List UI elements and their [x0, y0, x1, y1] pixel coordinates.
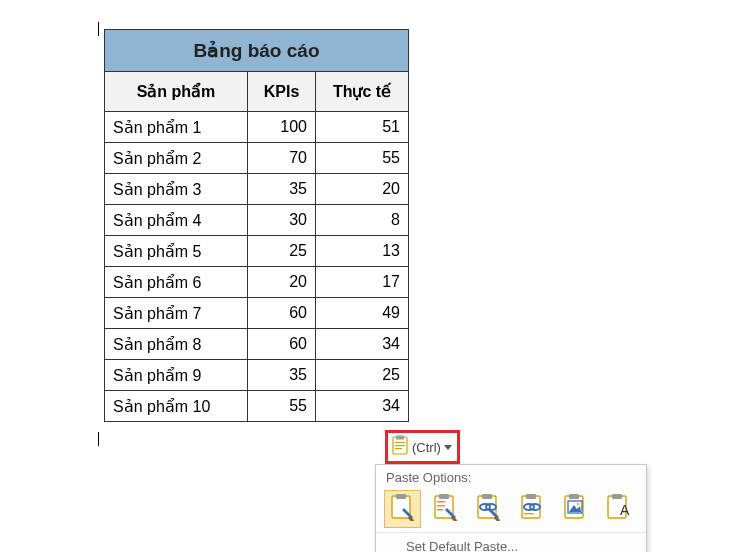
svg-rect-2: [395, 442, 405, 443]
svg-rect-23: [524, 513, 534, 514]
header-kpi: KPIs: [248, 72, 316, 112]
text-cursor-top: [98, 22, 99, 36]
paste-options-row: A: [376, 488, 646, 532]
cell-actual[interactable]: 55: [316, 143, 409, 174]
header-actual: Thực tế: [316, 72, 409, 112]
svg-rect-30: [612, 494, 622, 499]
keep-text-only-icon: A: [605, 493, 633, 525]
table-row: Sản phẩm 52513: [105, 236, 409, 267]
paste-option-link-merge-formatting[interactable]: [514, 490, 551, 528]
cell-product[interactable]: Sản phẩm 8: [105, 329, 248, 360]
svg-rect-9: [439, 494, 449, 499]
table-row: Sản phẩm 27055: [105, 143, 409, 174]
table-row: Sản phẩm 105534: [105, 391, 409, 422]
header-product: Sản phẩm: [105, 72, 248, 112]
paste-option-merge-formatting[interactable]: [427, 490, 464, 528]
merge-formatting-icon: [432, 493, 460, 525]
cell-actual[interactable]: 49: [316, 298, 409, 329]
keep-source-formatting-icon: [389, 493, 417, 525]
cell-product[interactable]: Sản phẩm 3: [105, 174, 248, 205]
clipboard-icon: [391, 435, 409, 459]
report-table-container: Bảng báo cáo Sản phẩm KPIs Thực tế Sản p…: [104, 29, 409, 422]
cell-product[interactable]: Sản phẩm 9: [105, 360, 248, 391]
cell-actual[interactable]: 34: [316, 391, 409, 422]
svg-rect-3: [395, 445, 405, 446]
table-body: Sản phẩm 110051Sản phẩm 27055Sản phẩm 33…: [105, 112, 409, 422]
table-row: Sản phẩm 86034: [105, 329, 409, 360]
cell-actual[interactable]: 20: [316, 174, 409, 205]
cell-kpi[interactable]: 60: [248, 298, 316, 329]
svg-text:A: A: [620, 502, 630, 518]
cell-product[interactable]: Sản phẩm 5: [105, 236, 248, 267]
picture-icon: [562, 493, 590, 525]
cell-actual[interactable]: 25: [316, 360, 409, 391]
cell-product[interactable]: Sản phẩm 10: [105, 391, 248, 422]
cell-kpi[interactable]: 35: [248, 360, 316, 391]
svg-rect-1: [396, 436, 404, 440]
table-row: Sản phẩm 110051: [105, 112, 409, 143]
table-row: Sản phẩm 62017: [105, 267, 409, 298]
cell-product[interactable]: Sản phẩm 2: [105, 143, 248, 174]
table-row: Sản phẩm 93525: [105, 360, 409, 391]
paste-option-link-keep-source-formatting[interactable]: [471, 490, 508, 528]
cell-product[interactable]: Sản phẩm 6: [105, 267, 248, 298]
cell-actual[interactable]: 17: [316, 267, 409, 298]
cell-actual[interactable]: 34: [316, 329, 409, 360]
table-row: Sản phẩm 33520: [105, 174, 409, 205]
cell-kpi[interactable]: 60: [248, 329, 316, 360]
svg-rect-20: [526, 494, 536, 499]
cell-actual[interactable]: 51: [316, 112, 409, 143]
link-merge-formatting-icon: [519, 493, 547, 525]
cell-actual[interactable]: 8: [316, 205, 409, 236]
cell-kpi[interactable]: 25: [248, 236, 316, 267]
table-row: Sản phẩm 76049: [105, 298, 409, 329]
cell-kpi[interactable]: 35: [248, 174, 316, 205]
cell-actual[interactable]: 13: [316, 236, 409, 267]
chevron-down-icon: [444, 445, 452, 450]
svg-rect-15: [482, 494, 492, 499]
paste-options-button[interactable]: (Ctrl): [385, 430, 460, 464]
cell-kpi[interactable]: 70: [248, 143, 316, 174]
svg-rect-25: [569, 494, 579, 499]
cell-kpi[interactable]: 20: [248, 267, 316, 298]
cell-kpi[interactable]: 30: [248, 205, 316, 236]
svg-rect-6: [396, 494, 406, 499]
paste-options-title: Paste Options:: [376, 465, 646, 488]
set-default-paste[interactable]: Set Default Paste...: [376, 532, 646, 552]
paste-option-picture[interactable]: [557, 490, 594, 528]
svg-rect-12: [437, 509, 443, 511]
svg-rect-10: [437, 501, 445, 503]
cell-product[interactable]: Sản phẩm 1: [105, 112, 248, 143]
text-cursor-bottom: [98, 432, 99, 446]
cell-kpi[interactable]: 55: [248, 391, 316, 422]
svg-rect-11: [437, 505, 445, 507]
link-keep-source-formatting-icon: [475, 493, 503, 525]
cell-product[interactable]: Sản phẩm 4: [105, 205, 248, 236]
report-table: Bảng báo cáo Sản phẩm KPIs Thực tế Sản p…: [104, 29, 409, 422]
svg-rect-4: [395, 448, 402, 449]
table-row: Sản phẩm 4308: [105, 205, 409, 236]
paste-option-keep-source-formatting[interactable]: [384, 490, 421, 528]
table-title: Bảng báo cáo: [105, 30, 409, 72]
cell-kpi[interactable]: 100: [248, 112, 316, 143]
paste-ctrl-label: (Ctrl): [412, 440, 441, 455]
svg-point-28: [576, 503, 579, 506]
paste-option-keep-text-only[interactable]: A: [601, 490, 638, 528]
paste-options-menu: Paste Options: A Set Default Paste...: [375, 464, 647, 552]
cell-product[interactable]: Sản phẩm 7: [105, 298, 248, 329]
